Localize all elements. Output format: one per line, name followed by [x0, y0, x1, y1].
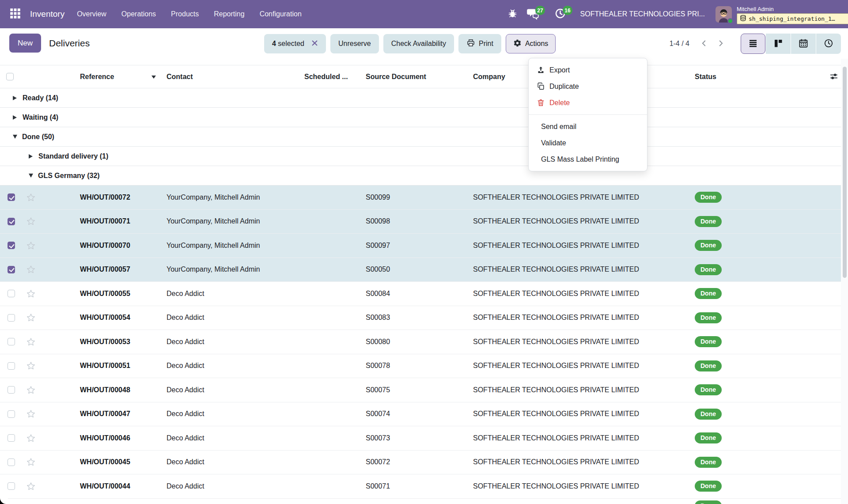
row-checkbox[interactable] [8, 314, 15, 322]
status-badge: Done [695, 432, 722, 443]
table-row[interactable]: WH/OUT/00047Deco AddictS00074SOFTHEALER … [0, 402, 841, 427]
vertical-scrollbar[interactable] [841, 59, 848, 504]
nav-item-reporting[interactable]: Reporting [214, 10, 244, 18]
row-checkbox[interactable] [8, 362, 15, 370]
table-row[interactable]: WH/OUT/00046Deco AddictS00073SOFTHEALER … [0, 426, 841, 451]
star-icon[interactable] [26, 193, 36, 202]
row-checkbox[interactable] [8, 459, 15, 466]
menu-item-validate[interactable]: Validate [529, 135, 647, 151]
view-calendar-button[interactable] [791, 34, 816, 54]
view-kanban-button[interactable] [766, 34, 791, 54]
apps-menu-button[interactable] [6, 5, 24, 23]
row-checkbox[interactable] [8, 242, 15, 249]
pager-next-button[interactable] [712, 35, 729, 53]
select-all-checkbox[interactable] [6, 73, 14, 80]
debug-button[interactable] [504, 5, 521, 23]
status-badge: Done [695, 409, 722, 420]
pager-previous-button[interactable] [696, 35, 712, 53]
actions-dropdown-menu: Export Duplicate Delete [528, 58, 647, 171]
check-availability-button[interactable]: Check Availability [383, 34, 454, 53]
table-row[interactable]: WH/OUT/00070YourCompany, Mitchell AdminS… [0, 234, 841, 258]
menu-item-gls-mass-label-printing[interactable]: GLS Mass Label Printing [529, 151, 647, 167]
column-settings-icon [829, 72, 839, 83]
cell-contact: Deco Addict [167, 290, 304, 298]
nav-item-operations[interactable]: Operations [121, 10, 156, 18]
row-checkbox[interactable] [8, 338, 15, 345]
row-checkbox[interactable] [8, 218, 15, 225]
selection-label: selected [278, 40, 304, 47]
table-row[interactable]: WH/OUT/00048Deco AddictS00075SOFTHEALER … [0, 378, 841, 402]
column-header-source-document[interactable]: Source Document [366, 73, 473, 81]
star-icon[interactable] [26, 313, 36, 322]
star-icon[interactable] [26, 361, 36, 371]
menu-item-send-email[interactable]: Send email [529, 118, 647, 135]
row-checkbox[interactable] [8, 410, 15, 418]
print-button[interactable]: Print [458, 34, 501, 53]
view-list-button[interactable] [741, 34, 765, 54]
row-checkbox-cell [0, 266, 22, 273]
star-icon[interactable] [26, 457, 36, 467]
star-icon[interactable] [26, 265, 36, 274]
new-button[interactable]: New [9, 34, 41, 53]
column-header-status[interactable]: Status [692, 73, 841, 81]
star-icon[interactable] [26, 409, 36, 419]
group-row[interactable]: Done (50) [0, 127, 841, 147]
cell-reference: WH/OUT/00057 [80, 265, 167, 273]
star-icon[interactable] [26, 289, 36, 299]
star-icon[interactable] [26, 433, 36, 443]
star-icon[interactable] [26, 481, 36, 491]
column-header-reference[interactable]: Reference [80, 73, 167, 81]
group-row[interactable]: Standard delivery (1) [0, 147, 841, 166]
menu-item-export[interactable]: Export [529, 62, 647, 78]
clear-selection-button[interactable] [311, 40, 318, 48]
row-checkbox[interactable] [8, 266, 15, 273]
page-title: Deliveries [49, 38, 90, 49]
nav-item-products[interactable]: Products [171, 10, 199, 18]
star-icon[interactable] [26, 385, 36, 395]
group-row[interactable]: Waiting (4) [0, 108, 841, 127]
nav-item-overview[interactable]: Overview [77, 10, 106, 18]
menu-item-duplicate[interactable]: Duplicate [529, 78, 647, 95]
unreserve-button[interactable]: Unreserve [330, 34, 379, 53]
messages-button[interactable]: 27 [525, 5, 541, 23]
row-checkbox[interactable] [8, 386, 15, 394]
bug-icon [507, 8, 518, 20]
table-row[interactable]: WH/OUT/00072YourCompany, Mitchell AdminS… [0, 186, 841, 210]
app-name[interactable]: Inventory [30, 9, 64, 19]
table-row[interactable]: WH/OUT/00044Deco AddictS00071SOFTHEALER … [0, 474, 841, 499]
status-badge: Done [695, 312, 722, 323]
table-row[interactable]: WH/OUT/00054Deco AddictS00083SOFTHEALER … [0, 306, 841, 330]
row-checkbox[interactable] [8, 193, 15, 201]
table-row[interactable]: WH/OUT/00053Deco AddictS00080SOFTHEALER … [0, 330, 841, 354]
table-row[interactable]: WH/OUT/00051Deco AddictS00078SOFTHEALER … [0, 354, 841, 379]
table-row[interactable]: WH/OUT/00045Deco AddictS00072SOFTHEALER … [0, 451, 841, 475]
table-row[interactable]: WH/OUT/00071YourCompany, Mitchell AdminS… [0, 210, 841, 234]
star-icon[interactable] [26, 337, 36, 347]
table-row[interactable]: WH/OUT/00055Deco AddictS00084SOFTHEALER … [0, 282, 841, 306]
group-row[interactable]: GLS Germany (32) [0, 166, 841, 186]
view-activity-button[interactable] [816, 34, 841, 54]
column-settings-button[interactable] [828, 71, 840, 83]
row-checkbox[interactable] [8, 482, 15, 490]
group-label: Waiting (4) [23, 114, 58, 121]
gear-icon [513, 39, 522, 49]
star-icon[interactable] [26, 241, 36, 250]
cell-company: SOFTHEALER TECHNOLOGIES PRIVATE LIMITED [473, 242, 692, 250]
nav-item-configuration[interactable]: Configuration [260, 10, 302, 18]
cell-company: SOFTHEALER TECHNOLOGIES PRIVATE LIMITED [473, 434, 692, 442]
table-row[interactable]: WH/OUT/00057YourCompany, Mitchell AdminS… [0, 258, 841, 282]
star-icon[interactable] [26, 216, 36, 226]
menu-item-delete[interactable]: Delete [529, 95, 647, 111]
row-checkbox[interactable] [8, 434, 15, 442]
navbar-left: Inventory Overview Operations Products R… [0, 5, 302, 23]
row-checkbox[interactable] [8, 290, 15, 297]
actions-button[interactable]: Actions [506, 34, 556, 53]
activities-button[interactable]: 16 [552, 5, 569, 23]
company-switcher[interactable]: SOFTHEALER TECHNOLOGIES PRI... [580, 10, 705, 18]
column-header-contact[interactable]: Contact [167, 73, 304, 81]
user-menu[interactable]: Mitchell Admin sh_shiping_integration_1… [716, 4, 848, 24]
column-header-scheduled[interactable]: Scheduled ... [304, 73, 366, 81]
group-row[interactable]: Ready (14) [0, 88, 841, 108]
scrollbar-thumb[interactable] [843, 67, 847, 278]
cell-status: Done [692, 216, 841, 227]
